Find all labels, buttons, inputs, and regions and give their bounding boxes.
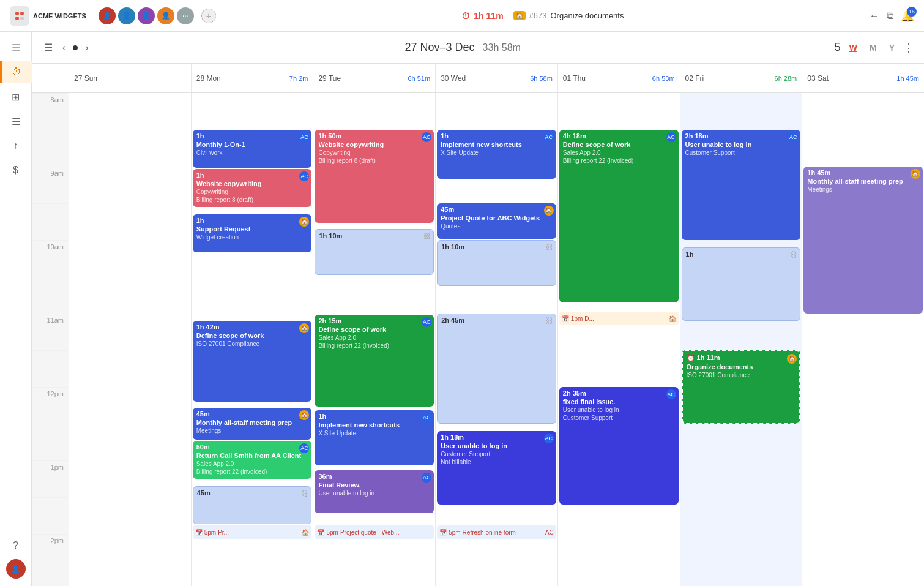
week-view-button[interactable]: W	[846, 40, 861, 55]
event-final-review[interactable]: 36m Final Review. User unable to log in …	[315, 470, 434, 513]
calendar-menu-button[interactable]: ⋮	[903, 41, 914, 54]
event-sub: Quotes	[441, 222, 553, 230]
event-icon: AC	[666, 389, 676, 399]
bottom-event-time: 5pm	[326, 529, 338, 536]
event-time: 1h 10m	[319, 232, 430, 239]
event-project-quote[interactable]: 45m Project Quote for ABC Widgets Quotes…	[437, 203, 556, 239]
event-lightblue-tue[interactable]: 1h 10m ⛓	[315, 229, 434, 275]
notification-button[interactable]: 🔔 16	[901, 9, 914, 23]
svg-point-3	[20, 17, 24, 20]
event-define-scope-mon[interactable]: 1h 42m Define scope of work ISO 27001 Co…	[193, 321, 312, 402]
event-define-scope-tue[interactable]: 2h 15m Define scope of work Sales App 2.…	[315, 315, 434, 407]
day-col-wed[interactable]: 1h Implement new shortcuts X Site Update…	[435, 93, 557, 586]
event-implement-shortcuts-tue[interactable]: 1h Implement new shortcuts X Site Update…	[315, 410, 434, 465]
event-sub: Customer Support	[685, 149, 797, 157]
time-8am: 8am	[32, 93, 69, 130]
event-website-copywriting-tue[interactable]: 1h 50m Website copywriting CopywritingBi…	[315, 130, 434, 223]
task-name: Organize documents	[551, 11, 624, 20]
avatar-3[interactable]: 👤	[138, 7, 155, 24]
event-support-request[interactable]: 1h Support Request Widget creation 🏠	[193, 214, 312, 252]
avatar-4[interactable]: 👤	[157, 7, 174, 24]
event-lightblue-mon[interactable]: 45m ⛓	[193, 486, 312, 524]
event-time: 36m	[318, 473, 430, 480]
event-lightblue-wed[interactable]: 1h 10m ⛓	[437, 240, 556, 286]
event-lightblue-fri[interactable]: 1h ⛓	[682, 247, 801, 321]
user-avatar[interactable]: 👤	[6, 559, 26, 579]
event-sub: User unable to log in	[318, 489, 430, 497]
avatar-1[interactable]: 👤	[99, 7, 116, 24]
event-monthly-allstaff-mon[interactable]: 45m Monthly all-staff meeting prep Meeti…	[193, 408, 312, 440]
event-fixed-final[interactable]: 2h 35m fixed final issue. User unable to…	[559, 387, 679, 505]
avatar-2[interactable]: 👤	[118, 7, 135, 24]
copy-button[interactable]: ⧉	[887, 10, 893, 21]
event-website-copywriting-mon[interactable]: 1h Website copywriting CopywritingBillin…	[193, 169, 312, 207]
avatar-overflow[interactable]: ···	[177, 7, 194, 24]
sidebar-chart-icon[interactable]: ↑	[5, 135, 27, 157]
sidebar-grid-icon[interactable]: ⊞	[5, 86, 27, 108]
event-time: 45m	[197, 489, 308, 497]
prev-button[interactable]: ‹	[60, 40, 68, 56]
event-monthly-1on1[interactable]: 1h Monthly 1-On-1 Civil work AC	[193, 130, 312, 168]
time-column: 8am 9am 10am 11am 12pm 1pm 2pm	[32, 93, 69, 586]
event-title: Monthly all-staff meeting prep	[807, 177, 919, 186]
event-implement-shortcuts-wed[interactable]: 1h Implement new shortcuts X Site Update…	[437, 130, 556, 179]
add-button[interactable]: +	[201, 9, 216, 23]
time-12pm: 12pm	[32, 387, 69, 424]
view-num: 5	[835, 41, 841, 54]
day-col-sun[interactable]	[69, 93, 191, 586]
time-11am: 11am	[32, 314, 69, 350]
event-sub: X Site Update	[318, 429, 430, 437]
day-col-mon[interactable]: 1h Monthly 1-On-1 Civil work AC 1h Websi…	[191, 93, 313, 586]
event-organize-docs[interactable]: ⏰ 1h 11m Organize documents ISO 27001 Co…	[682, 350, 801, 424]
sidebar-timer-icon[interactable]: ⏱	[0, 61, 32, 83]
day-col-thu[interactable]: 4h 18m Define scope of work Sales App 2.…	[557, 93, 680, 586]
day-header-mon: 28 Mon 7h 2m	[191, 64, 313, 92]
back-button[interactable]: ←	[870, 10, 879, 21]
event-time: 1h 42m	[196, 323, 308, 331]
event-user-unable-fri[interactable]: 2h 18m User unable to log in Customer Su…	[682, 130, 801, 240]
month-view-button[interactable]: M	[866, 40, 881, 55]
sidebar-list-icon[interactable]: ☰	[5, 110, 27, 132]
event-title: Define scope of work	[318, 325, 430, 334]
hamburger-button[interactable]: ☰	[42, 39, 55, 56]
event-title: fixed final issue.	[563, 397, 675, 406]
sidebar-help-icon[interactable]: ?	[5, 535, 27, 557]
event-lightblue-wed2[interactable]: 2h 45m ⛓	[437, 314, 556, 424]
event-sub: Sales App 2.0Billing report 22 (invoiced…	[318, 334, 430, 350]
event-time: 45m	[196, 410, 308, 418]
event-title: Implement new shortcuts	[441, 140, 553, 149]
bottom-event-icon2: AC	[545, 529, 554, 536]
time-1030	[32, 277, 69, 314]
event-title: Define scope of work	[563, 140, 675, 149]
task-icon: 🏠	[513, 11, 526, 20]
calendar-grid-wrapper[interactable]: 8am 9am 10am 11am 12pm 1pm 2pm	[32, 93, 924, 586]
bottom-event-icon2: 🏠	[302, 529, 309, 536]
sidebar-menu-icon[interactable]: ☰	[5, 37, 27, 59]
bottom-event-wed[interactable]: 📅 5pm Refresh online form AC	[437, 525, 556, 539]
bottom-event-label: Project quote - Web...	[340, 529, 400, 536]
today-dot	[73, 45, 78, 50]
event-sub: CopywritingBilling report 8 (draft)	[318, 149, 430, 165]
next-button[interactable]: ›	[83, 40, 91, 56]
event-time: 1h	[196, 217, 308, 224]
day-headers: 27 Sun 28 Mon 7h 2m 29 Tue 6h 51m 30 Wed…	[32, 64, 924, 93]
event-title: Monthly all-staff meeting prep	[196, 418, 308, 427]
sidebar-dollar-icon[interactable]: $	[5, 159, 27, 181]
event-sub: Customer SupportNot billable	[441, 450, 553, 466]
bottom-event-thu-1pm[interactable]: 📅 1pm D... 🏠	[559, 312, 679, 325]
event-define-scope-thu[interactable]: 4h 18m Define scope of work Sales App 2.…	[559, 130, 679, 302]
event-time: 50m	[196, 443, 308, 451]
event-return-call[interactable]: 50m Return Call Smith from AA Client Sal…	[193, 441, 312, 479]
day-col-sat[interactable]: 1h 45m Monthly all-staff meeting prep Me…	[802, 93, 924, 586]
event-time: 1h 18m	[441, 434, 553, 441]
day-header-tue: 29 Tue 6h 51m	[313, 64, 435, 92]
year-view-button[interactable]: Y	[885, 40, 898, 55]
event-monthly-allstaff-sat[interactable]: 1h 45m Monthly all-staff meeting prep Me…	[803, 167, 923, 314]
bottom-event-mon[interactable]: 📅 5pm Pr... 🏠	[193, 525, 312, 539]
event-user-unable-wed[interactable]: 1h 18m User unable to log in Customer Su…	[437, 431, 556, 505]
day-col-tue[interactable]: 1h 50m Website copywriting CopywritingBi…	[313, 93, 435, 586]
time-830	[32, 130, 69, 167]
event-title: Project Quote for ABC Widgets	[441, 214, 553, 222]
day-col-fri[interactable]: 2h 18m User unable to log in Customer Su…	[680, 93, 802, 586]
bottom-event-tue[interactable]: 📅 5pm Project quote - Web...	[315, 525, 434, 539]
